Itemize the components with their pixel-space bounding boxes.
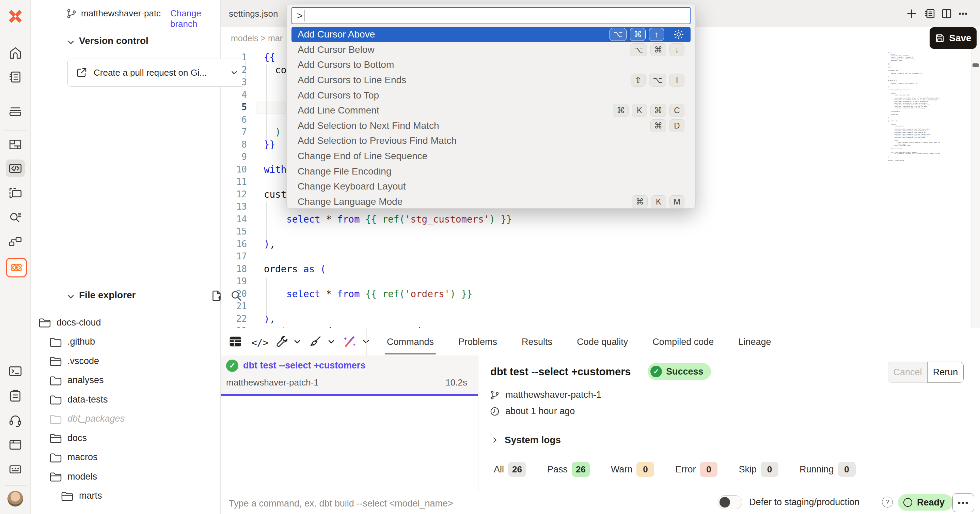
command-input[interactable]: Type a command, ex. dbt build --select <… xyxy=(229,498,453,509)
console-tab-commands[interactable]: Commands xyxy=(387,328,434,356)
run-list-item[interactable]: ✓ dbt test --select +customers matthewsh… xyxy=(221,356,478,394)
tab-settings-json[interactable]: settings.json xyxy=(229,0,278,27)
notebook-panel-icon[interactable] xyxy=(923,7,937,21)
command-item[interactable]: Add Line Comment⌘K⌘C xyxy=(291,103,690,118)
dbt-logo[interactable] xyxy=(6,8,25,25)
code-line: 23customer_orders_summary as ( xyxy=(221,325,888,328)
notebook-icon[interactable] xyxy=(6,68,25,86)
tree-item-docs-cloud[interactable]: docs-cloud xyxy=(31,313,221,332)
left-icon-rail xyxy=(0,0,31,514)
console-toolbar: </> Com xyxy=(221,328,980,356)
editor-scrollbar[interactable] xyxy=(971,27,980,328)
console-tab-code-quality[interactable]: Code quality xyxy=(577,328,628,356)
code-line: 19 xyxy=(221,275,888,288)
run-command-link[interactable]: dbt test --select +customers xyxy=(243,360,365,371)
split-editor-icon[interactable] xyxy=(940,7,953,21)
gear-icon[interactable] xyxy=(673,29,684,40)
filter-chip-warn[interactable]: Warn0 xyxy=(611,462,654,477)
rail-divider xyxy=(5,485,26,486)
changelog-clipboard-icon[interactable] xyxy=(6,387,25,405)
file-explorer-title: File explorer xyxy=(79,290,136,301)
toolbar-divider xyxy=(366,328,367,356)
environments-stack-icon[interactable] xyxy=(6,102,25,119)
chevron-down-icon[interactable] xyxy=(327,337,336,346)
shortcut-key: ↓ xyxy=(670,43,684,56)
tree-item-docs[interactable]: docs xyxy=(31,428,221,448)
command-item[interactable]: Change File Encoding xyxy=(291,164,690,179)
command-item[interactable]: Add Cursors to Line Ends⇧⌥I xyxy=(291,73,690,88)
copilot-wand-icon[interactable] xyxy=(342,334,357,349)
command-item[interactable]: Add Selection to Next Find Match⌘D xyxy=(291,118,690,134)
console-tab-compiled-code[interactable]: Compiled code xyxy=(652,328,714,356)
chevron-down-icon[interactable] xyxy=(362,337,371,346)
change-branch-link[interactable]: Change branch xyxy=(170,8,220,29)
tree-item-marts[interactable]: marts xyxy=(31,486,221,506)
new-tab-plus-icon[interactable] xyxy=(905,7,918,21)
jobs-frame-icon[interactable] xyxy=(6,184,25,202)
shortcut-key: I xyxy=(670,73,684,86)
results-table-icon[interactable] xyxy=(228,334,242,349)
code-editor-icon[interactable] xyxy=(6,160,25,177)
console-tab-results[interactable]: Results xyxy=(522,328,552,356)
filter-chip-pass[interactable]: Pass26 xyxy=(547,462,590,477)
detail-time: about 1 hour ago xyxy=(505,406,575,417)
tree-item-macros[interactable]: macros xyxy=(31,448,221,467)
scrollbar-thumb[interactable] xyxy=(972,64,978,67)
tree-item--vscode[interactable]: .vscode xyxy=(31,351,221,371)
command-item[interactable]: Add Cursors to Bottom xyxy=(291,57,690,73)
tree-item-models[interactable]: models xyxy=(31,467,221,486)
command-palette-input[interactable]: > xyxy=(291,7,690,24)
run-actions: Cancel Rerun xyxy=(888,362,964,383)
chevron-down-icon[interactable] xyxy=(293,337,302,346)
defer-toggle[interactable] xyxy=(718,495,742,509)
cancel-button[interactable]: Cancel xyxy=(888,362,928,383)
tree-item-data-tests[interactable]: data-tests xyxy=(31,390,221,409)
compile-code-icon[interactable]: </> xyxy=(251,337,269,348)
help-question-icon[interactable]: ? xyxy=(882,496,893,508)
terminal-icon[interactable] xyxy=(6,362,25,380)
shortcut-key: ↑ xyxy=(649,28,664,41)
home-icon[interactable] xyxy=(6,44,25,62)
docs-window-icon[interactable] xyxy=(6,436,25,454)
copilot-atom-icon[interactable] xyxy=(6,258,27,278)
command-item[interactable]: Add Selection to Previous Find Match xyxy=(291,133,690,148)
editor-more-icon[interactable] xyxy=(956,7,970,21)
more-options-button[interactable]: ••• xyxy=(952,493,974,512)
filter-chip-all[interactable]: All26 xyxy=(494,462,526,477)
create-pr-button[interactable]: Create a pull request on Gi... xyxy=(67,59,246,86)
save-button[interactable]: Save xyxy=(930,27,977,49)
filter-chip-running[interactable]: Running0 xyxy=(800,462,856,477)
minimap[interactable]: {{ config( materialized = "table", tags … xyxy=(888,52,940,161)
command-item[interactable]: Add Cursor Above⌥⌘↑ xyxy=(291,27,690,42)
command-item[interactable]: Change Keyboard Layout xyxy=(291,179,690,194)
build-wrench-icon[interactable] xyxy=(275,334,290,349)
filter-chip-skip[interactable]: Skip0 xyxy=(738,462,778,477)
explore-search-icon[interactable] xyxy=(6,209,25,226)
console-tab-lineage[interactable]: Lineage xyxy=(738,328,771,356)
chevron-down-icon[interactable] xyxy=(67,38,75,46)
command-item[interactable]: Add Cursor Below⌥⌘↓ xyxy=(291,42,690,57)
shortcut-key: ⌘ xyxy=(632,195,648,208)
status-badge: ✓ Success xyxy=(648,363,711,380)
tree-item-analyses[interactable]: analyses xyxy=(31,371,221,390)
console-tab-problems[interactable]: Problems xyxy=(458,328,497,356)
system-logs-toggle[interactable]: System logs xyxy=(491,434,561,445)
clock-icon xyxy=(490,406,500,417)
run-duration: 10.2s xyxy=(445,377,467,388)
command-item[interactable]: Add Cursors to Top xyxy=(291,88,690,103)
breadcrumb[interactable]: models > mar xyxy=(231,34,283,43)
support-headset-icon[interactable] xyxy=(6,412,25,429)
lineage-flow-icon[interactable] xyxy=(6,233,25,251)
command-item[interactable]: Change End of Line Sequence xyxy=(291,148,690,164)
filter-chip-error[interactable]: Error0 xyxy=(675,462,718,477)
ready-status-pill[interactable]: Ready xyxy=(898,494,953,511)
rerun-button[interactable]: Rerun xyxy=(927,362,964,383)
dashboard-grid-icon[interactable] xyxy=(6,136,25,153)
command-item[interactable]: Change Language Mode⌘KM xyxy=(291,194,690,209)
format-broom-icon[interactable] xyxy=(309,334,323,349)
tree-item-dbt-packages[interactable]: dbt_packages xyxy=(31,409,221,429)
tree-item--github[interactable]: .github xyxy=(31,332,221,352)
user-avatar[interactable] xyxy=(8,491,23,506)
keyboard-icon[interactable] xyxy=(6,460,25,478)
chevron-down-icon[interactable] xyxy=(67,292,75,301)
